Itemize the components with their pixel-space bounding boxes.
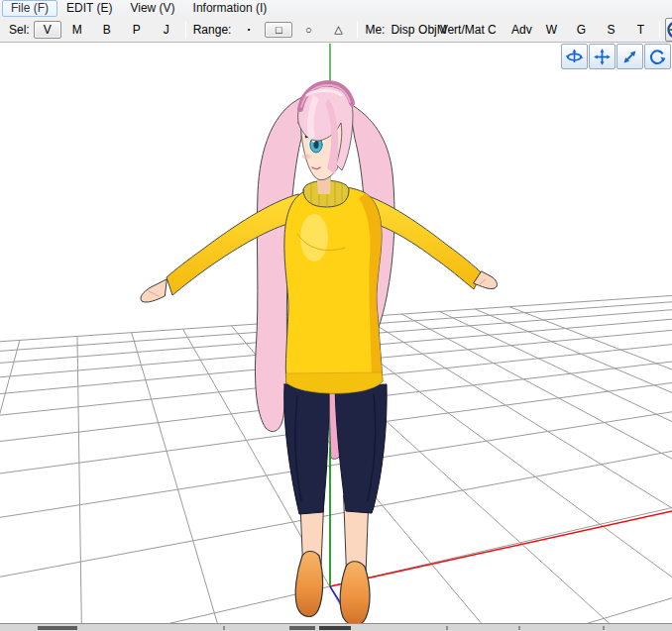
sel-material-button[interactable]: M [63,21,91,39]
menu-view[interactable]: View (V) [121,0,183,17]
me-t-button[interactable]: T [626,21,654,39]
me-s-button[interactable]: S [597,21,624,39]
sel-vertex-button[interactable]: V [34,21,61,39]
range-rect-button[interactable]: □ [265,22,292,38]
separator [357,21,358,39]
right-shoe [340,562,370,624]
me-disp-button[interactable]: Disp [389,21,416,39]
me-w-button[interactable]: W [537,21,565,39]
menu-edit[interactable]: EDIT (E) [57,0,121,17]
toolbar: Sel: V M B P J Range: · □ ○ △ Me: Disp O… [0,17,672,43]
sel-bone-button[interactable]: B [93,21,121,39]
separator [185,21,186,39]
rotate-view-button[interactable] [644,44,671,69]
menu-information[interactable]: Information (I) [184,0,277,17]
axis-gizmo-icon [666,20,672,40]
me-label: Me: [362,23,388,37]
pants-right-leg [335,384,387,513]
panel-edge-tick [603,626,605,630]
panel-edge-tick [518,626,520,630]
panel-edge-segment [38,626,77,630]
left-hand [141,279,167,302]
sweater-highlight [300,214,328,262]
menu-file[interactable]: File (F) [2,0,57,17]
viewport-canvas[interactable] [0,43,672,624]
orbit-view-icon [565,48,584,66]
pan-view-button[interactable] [589,44,616,69]
zoom-view-icon [620,48,639,66]
panel-edge-tick [223,626,225,630]
pmx-editor-window: File (F) EDIT (E) View (V) Information (… [0,0,672,631]
pan-view-icon [593,48,612,66]
zoom-view-button[interactable] [616,44,643,69]
panel-edge-tick [446,626,448,630]
range-circle-button[interactable]: ○ [294,22,322,38]
rotate-view-icon [648,48,667,66]
me-vertmat-button[interactable]: Vert/Mat [448,21,476,39]
sel-label: Sel: [6,23,33,37]
orbit-view-button[interactable] [561,44,588,69]
range-point-button[interactable]: · [235,20,263,39]
me-g-button[interactable]: G [567,21,595,39]
viewport [0,43,672,624]
left-shoe [295,552,322,617]
panel-edge-segment [319,626,351,630]
bottom-panel-edge [0,623,672,631]
blush-left [302,155,311,159]
separator [659,21,660,39]
viewport-nav-strip [561,44,671,69]
pants-left-leg [284,384,329,514]
me-adv-button[interactable]: Adv [507,21,535,39]
sel-joint-button[interactable]: J [153,21,180,39]
sel-physics-button[interactable]: P [123,21,151,39]
range-label: Range: [190,23,235,37]
axis-gizmo-toggle[interactable] [665,18,672,42]
panel-edge-segment [289,626,315,630]
me-c-button[interactable]: C [478,21,505,39]
range-triangle-button[interactable]: △ [324,21,352,38]
menu-bar: File (F) EDIT (E) View (V) Information (… [0,0,672,17]
